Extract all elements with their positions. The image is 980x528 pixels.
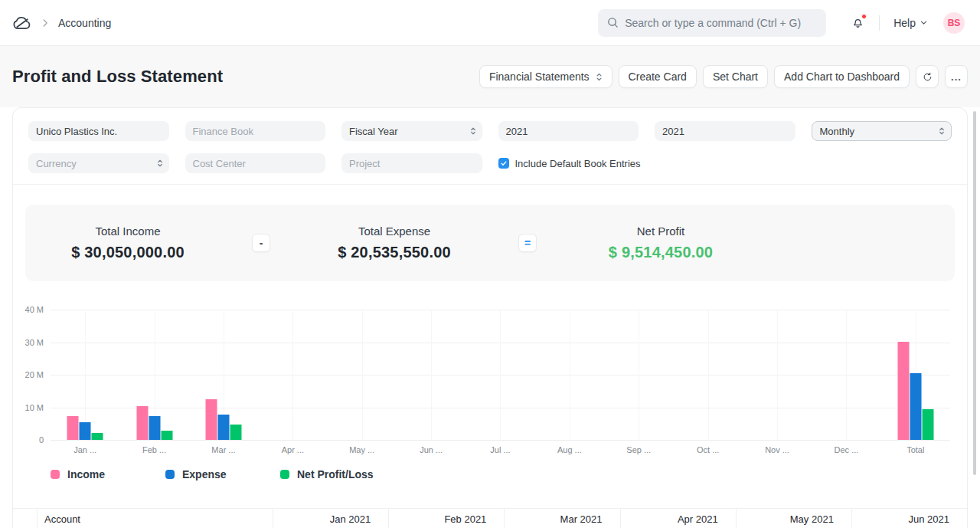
cost-center-field[interactable]: [185, 153, 326, 173]
filter-section: Fiscal Year Monthly Currency Include Def…: [13, 108, 967, 184]
gridline: [777, 310, 778, 440]
from-year-field[interactable]: [498, 121, 639, 141]
chart-bar[interactable]: [897, 342, 909, 440]
chart-bar[interactable]: [80, 422, 91, 440]
filters-divider: [13, 184, 967, 185]
currency-placeholder: Currency: [36, 158, 157, 169]
x-axis-tick: Oct ...: [697, 445, 719, 454]
y-axis-tick: 40 M: [25, 305, 44, 314]
chart-bar[interactable]: [910, 373, 921, 440]
table-column-header[interactable]: May 2021: [736, 509, 851, 528]
include-default-book-entries-checkbox[interactable]: [498, 158, 509, 169]
net-profit-value: $ 9,514,450.00: [561, 244, 760, 261]
set-chart-button[interactable]: Set Chart: [703, 65, 768, 88]
periodicity-select[interactable]: Monthly: [812, 121, 952, 141]
x-axis-tick: Aug ...: [557, 445, 582, 454]
legend-label: Expense: [182, 468, 227, 480]
create-card-button[interactable]: Create Card: [619, 65, 697, 88]
report-table-header: AccountJan 2021Feb 2021Mar 2021Apr 2021M…: [13, 508, 967, 528]
scrollbar-thumb[interactable]: [973, 111, 976, 475]
table-column-header[interactable]: Account: [37, 509, 273, 528]
profit-loss-chart: 40 M30 M20 M10 M0 Jan ...Feb ...Mar ...A…: [13, 304, 967, 457]
currency-select[interactable]: Currency: [28, 153, 169, 173]
legend-item[interactable]: Income: [51, 468, 165, 480]
chart-bar[interactable]: [230, 425, 241, 440]
total-expense-label: Total Expense: [295, 225, 494, 238]
table-column-header[interactable]: Apr 2021: [620, 509, 736, 528]
add-chart-to-dashboard-button[interactable]: Add Chart to Dashboard: [774, 65, 910, 88]
breadcrumb-chevron-icon: [40, 18, 51, 28]
legend-item[interactable]: Expense: [165, 468, 280, 480]
gridline: [708, 310, 709, 440]
chart-category-slot: [881, 310, 950, 440]
finance-book-field[interactable]: [185, 121, 326, 141]
chart-category-slot: [397, 310, 466, 440]
chart-category-slot: [466, 310, 534, 440]
net-profit-stat: Net Profit $ 9,514,450.00: [561, 225, 760, 261]
report-card: Fiscal Year Monthly Currency Include Def…: [12, 107, 968, 528]
fiscal-year-select[interactable]: Fiscal Year: [341, 121, 482, 141]
chart-bar[interactable]: [136, 406, 148, 440]
chart-bar[interactable]: [92, 433, 103, 440]
notifications-button[interactable]: [851, 15, 865, 30]
chart-bar[interactable]: [149, 416, 160, 440]
help-label: Help: [893, 17, 916, 29]
x-axis-tick: Nov ...: [765, 445, 789, 454]
search-input[interactable]: [625, 17, 817, 29]
total-expense-stat: Total Expense $ 20,535,550.00: [295, 225, 494, 261]
total-income-value: $ 30,050,000.00: [28, 244, 227, 261]
app-logo-icon[interactable]: [12, 13, 32, 33]
x-axis-tick: Apr ...: [282, 445, 304, 454]
to-year-field[interactable]: [655, 121, 795, 141]
project-field[interactable]: [341, 153, 482, 173]
navbar: Accounting Help BS: [0, 0, 980, 46]
table-index-column[interactable]: [13, 509, 37, 528]
gridline: [500, 310, 501, 440]
total-income-stat: Total Income $ 30,050,000.00: [28, 225, 227, 261]
nav-divider: [879, 15, 880, 31]
more-options-button[interactable]: ...: [945, 65, 968, 88]
chart-plot-area: [51, 310, 950, 440]
equals-operator-icon: =: [518, 234, 537, 252]
chart-y-axis: 40 M30 M20 M10 M0: [13, 310, 44, 440]
company-field[interactable]: [28, 121, 169, 141]
legend-swatch-icon: [280, 470, 289, 479]
help-menu[interactable]: Help: [893, 17, 928, 29]
legend-label: Income: [67, 468, 105, 480]
chart-category-slot: [189, 310, 258, 440]
table-column-header[interactable]: Mar 2021: [504, 509, 619, 528]
breadcrumb[interactable]: Accounting: [58, 17, 111, 29]
y-axis-tick: 0: [39, 435, 44, 444]
gridline: [362, 310, 363, 440]
global-search[interactable]: [598, 9, 826, 37]
chart-category-slot: [51, 310, 119, 440]
chart-category-slot: [119, 310, 188, 440]
y-axis-tick: 30 M: [25, 338, 44, 347]
chart-bar[interactable]: [217, 415, 229, 440]
financial-statements-dropdown[interactable]: Financial Statements: [479, 65, 612, 88]
table-column-header[interactable]: Jan 2021: [273, 509, 388, 528]
legend-item[interactable]: Net Profit/Loss: [280, 468, 395, 480]
chart-category-slot: [743, 310, 812, 440]
table-column-header[interactable]: Feb 2021: [388, 509, 504, 528]
chart-bar[interactable]: [67, 416, 79, 440]
chart-bar[interactable]: [161, 431, 172, 440]
search-icon: [607, 17, 619, 28]
table-column-header[interactable]: Jun 2021: [851, 509, 967, 528]
refresh-button[interactable]: [916, 65, 939, 88]
avatar[interactable]: BS: [943, 12, 965, 34]
chart-category-slot: [812, 310, 880, 440]
total-income-label: Total Income: [28, 225, 227, 238]
add-chart-to-dashboard-label: Add Chart to Dashboard: [784, 71, 900, 83]
chart-category-slot: [328, 310, 397, 440]
x-axis-tick: Mar ...: [211, 445, 235, 454]
legend-swatch-icon: [51, 470, 60, 479]
gridline: [846, 310, 847, 440]
gridline: [292, 310, 293, 440]
x-axis-tick: Total: [906, 445, 924, 454]
chart-bar[interactable]: [922, 409, 933, 440]
chart-bar[interactable]: [205, 399, 217, 440]
x-axis-tick: Sep ...: [626, 445, 651, 454]
periodicity-value: Monthly: [820, 126, 939, 137]
chart-category-slot: [258, 310, 327, 440]
